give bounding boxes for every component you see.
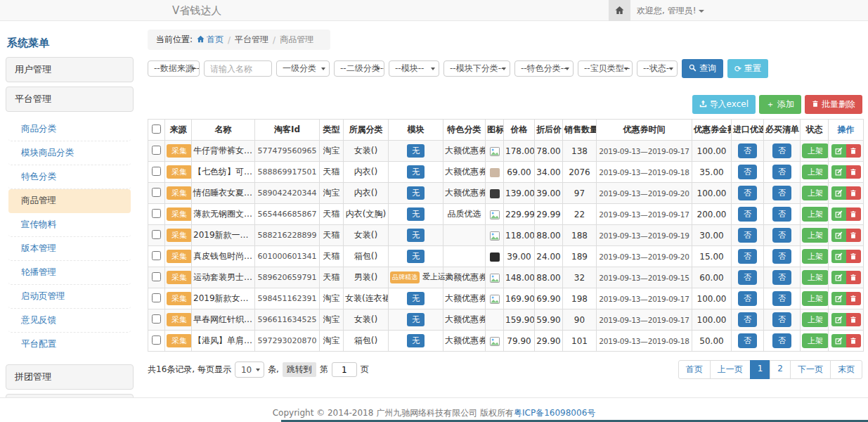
sidebar-item-3[interactable]: 特色分类 [8,165,131,189]
delete-button[interactable] [846,229,861,242]
must-buy-toggle[interactable]: 否 [772,165,791,179]
pager-item-2[interactable]: 上一页 [710,360,751,379]
delete-button[interactable] [846,144,861,158]
imported-toggle[interactable]: 否 [738,228,757,243]
filter-select-5[interactable]: --模块-- [389,60,439,77]
sidebar-group-3[interactable]: 拼团管理 [6,364,134,390]
row-checkbox[interactable] [152,209,161,218]
must-buy-toggle[interactable]: 否 [772,333,791,348]
imported-toggle[interactable]: 否 [738,207,757,222]
add-button[interactable]: ＋ 添加 [759,95,801,114]
product-name[interactable]: 牛仔背带裤女秋装减龄... [192,141,255,162]
delete-button[interactable] [846,165,861,179]
edit-button[interactable] [831,186,846,200]
sidebar-item-2[interactable]: 模块商品分类 [8,141,131,165]
select-all-checkbox[interactable] [152,124,161,134]
delete-button[interactable] [846,186,861,200]
status-button[interactable]: 上架 [802,186,829,200]
row-checkbox[interactable] [152,335,161,345]
sidebar-item-5[interactable]: 宣传物料 [8,213,131,237]
status-button[interactable]: 上架 [802,165,829,179]
row-checkbox[interactable] [152,188,161,197]
delete-button[interactable] [846,292,861,305]
sidebar-item-1[interactable]: 商品分类 [8,117,131,141]
row-checkbox[interactable] [152,167,161,176]
must-buy-toggle[interactable]: 否 [772,186,791,200]
must-buy-toggle[interactable]: 否 [772,228,791,243]
status-button[interactable]: 上架 [802,249,829,264]
edit-button[interactable] [831,292,846,305]
delete-button[interactable] [846,207,861,221]
filter-select-7[interactable]: --特色分类-- [514,60,574,77]
delete-button[interactable] [846,334,861,347]
batch-delete-button[interactable]: 批量删除 [805,95,862,114]
row-checkbox[interactable] [152,146,161,155]
breadcrumb-home-link[interactable]: 首页 [197,34,224,46]
edit-button[interactable] [831,144,846,158]
imported-toggle[interactable]: 否 [738,143,757,158]
sidebar-item-4-active[interactable]: 商品管理 [8,189,131,213]
product-name[interactable]: 情侣睡衣女夏丝绸男士... [192,183,255,204]
sidebar-group-2[interactable]: 平台管理 [6,87,134,112]
delete-button[interactable] [846,250,861,263]
edit-button[interactable] [831,313,846,326]
import-excel-button[interactable]: 导入excel [692,95,756,114]
row-checkbox[interactable] [152,314,161,324]
filter-select-8[interactable]: --宝贝类型-- [578,60,633,77]
sidebar-item-7[interactable]: 轮播管理 [8,261,131,285]
filter-select-6[interactable]: --模块下分类-- [443,60,510,77]
imported-toggle[interactable]: 否 [738,291,757,306]
status-button[interactable]: 上架 [802,333,829,348]
imported-toggle[interactable]: 否 [738,333,757,348]
status-button[interactable]: 上架 [802,291,829,306]
name-search-input[interactable] [204,60,272,77]
per-page-select[interactable]: 10 [235,362,264,378]
must-buy-toggle[interactable]: 否 [772,143,791,158]
edit-button[interactable] [831,334,846,347]
product-name[interactable]: 2019新款女秋薄款... [192,288,255,309]
imported-toggle[interactable]: 否 [738,270,757,285]
edit-button[interactable] [831,250,846,263]
status-button[interactable]: 上架 [802,143,829,158]
edit-button[interactable] [831,165,846,179]
imported-toggle[interactable]: 否 [738,165,757,179]
sidebar-group-1[interactable]: 用户管理 [6,57,134,82]
must-buy-toggle[interactable]: 否 [772,207,791,222]
pager-item-4[interactable]: 2 [770,360,791,379]
filter-select-9[interactable]: --状态-- [637,60,678,77]
row-checkbox[interactable] [152,272,161,281]
delete-button[interactable] [846,313,861,326]
edit-button[interactable] [831,207,846,221]
edit-button[interactable] [831,271,846,284]
filter-select-4[interactable]: --二级分类-- [334,60,384,77]
row-checkbox[interactable] [152,230,161,239]
pager-item-6[interactable]: 末页 [830,360,862,379]
imported-toggle[interactable]: 否 [738,249,757,264]
row-checkbox[interactable] [152,251,161,260]
page-number-input[interactable] [332,362,357,377]
search-button[interactable]: 查询 [682,59,723,78]
sidebar-item-6[interactable]: 版本管理 [8,237,131,261]
status-button[interactable]: 上架 [802,207,829,222]
reset-button[interactable]: ⟳重置 [727,59,768,78]
product-name[interactable]: 真皮钱包时尚优雅女士... [192,246,255,267]
pager-item-1[interactable]: 首页 [678,360,711,379]
pager-item-5[interactable]: 下一页 [790,360,831,379]
must-buy-toggle[interactable]: 否 [772,270,791,285]
jump-button[interactable]: 跳转到 [283,362,316,377]
must-buy-toggle[interactable]: 否 [772,312,791,327]
user-menu[interactable]: 欢迎您, 管理员! [637,0,704,21]
sidebar-item-9[interactable]: 意见反馈 [8,309,131,333]
icp-link[interactable]: 粤ICP备16098006号 [514,408,595,418]
row-checkbox[interactable] [152,293,161,302]
filter-select-1[interactable]: --数据来源-- [148,60,200,77]
navbar-home-button[interactable] [609,0,630,21]
delete-button[interactable] [846,271,861,284]
must-buy-toggle[interactable]: 否 [772,249,791,264]
sidebar-item-10[interactable]: 平台配置 [8,333,131,356]
filter-select-3[interactable]: 一级分类 [276,60,330,77]
product-name[interactable]: 2019新款一片式系... [192,225,255,246]
edit-button[interactable] [831,229,846,242]
product-name[interactable]: 【港风】单肩斜跨链条... [192,331,255,352]
product-name[interactable]: 【七色纺】可爱纯棉家... [192,162,255,183]
